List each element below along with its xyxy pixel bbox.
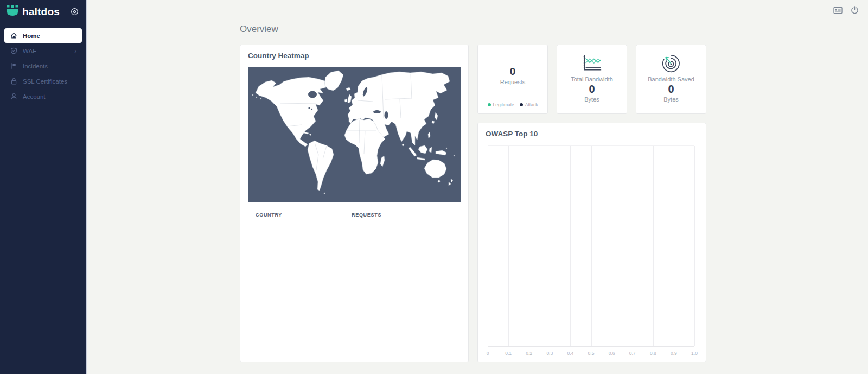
sidebar-item-label: Home [23,33,40,39]
bandwidth-saved-card: Bandwidth Saved 0 Bytes [636,45,706,114]
chart-tick-label: 0.4 [567,351,573,356]
chart-tick-label: 1.0 [691,351,698,356]
legend-label: Attack [525,102,538,107]
owasp-chart-grid [488,145,694,347]
legend-item-legitimate: Legitimate [488,102,514,107]
chart-tick-label: 0.1 [505,351,512,356]
sidebar-item-label: WAF [23,48,36,54]
legend-label: Legitimate [493,102,514,107]
sidebar-menu: Home WAF › Incidents [0,23,86,110]
chart-gridline [488,146,488,346]
chart-tick-label: 0.5 [588,351,595,356]
chart-tick-label: 0 [487,351,489,356]
column-header-requests: REQUESTS [352,212,461,218]
bandwidth-saved-unit: Bytes [663,96,679,103]
chart-gridline [633,146,633,346]
chart-tick-label: 0.9 [671,351,677,356]
chart-tick-label: 0.3 [546,351,553,356]
sidebar-item-label: Incidents [23,63,48,69]
chart-tick-label: 0.6 [609,351,615,356]
user-icon [10,93,17,100]
chart-gridline [612,146,612,346]
bandwidth-saved-label: Bandwidth Saved [648,76,694,83]
topbar-actions [833,6,859,14]
requests-legend: Legitimate Attack [478,102,547,107]
chart-gridline [674,146,674,346]
sidebar-item-label: Account [23,93,46,100]
chart-gridline [508,146,509,346]
bandwidth-saved-value: 0 [668,83,674,96]
chart-gridline [653,146,654,346]
total-bandwidth-unit: Bytes [584,96,599,103]
lock-icon [10,78,17,85]
logo-text: haltdos [22,6,60,18]
circled-dot-icon[interactable] [71,8,79,16]
table-header-row: COUNTRY REQUESTS [248,208,461,223]
sidebar-item-label: SSL Certificates [23,78,67,85]
total-bandwidth-label: Total Bandwidth [571,76,613,83]
attack-dot [520,103,523,106]
main-area: Overview Country Heatmap [87,0,868,374]
page-content: Overview Country Heatmap [240,24,706,362]
requests-stat-card: 0 Requests Legitimate Attack [477,45,548,114]
logo[interactable]: haltdos [7,5,60,18]
page-title: Overview [240,24,706,36]
column-header-country: COUNTRY [248,212,352,218]
total-bandwidth-value: 0 [589,83,595,96]
chart-gridline [591,146,592,346]
sidebar-item-waf[interactable]: WAF › [4,43,82,58]
owasp-top10-card: OWASP Top 10 00.10.20.30.40.50.60.70.80.… [477,123,706,362]
world-map[interactable] [248,67,461,202]
home-icon [10,32,17,39]
owasp-top10-title: OWASP Top 10 [478,123,706,144]
owasp-chart-ticks: 00.10.20.30.40.50.60.70.80.91.0 [488,351,694,357]
requests-label: Requests [478,79,547,85]
chart-tick-label: 0.2 [526,351,532,356]
sidebar-item-account[interactable]: Account [4,89,82,104]
chart-tick-label: 0.7 [629,351,636,356]
flag-icon [10,62,17,69]
bandwidth-chart-icon [581,53,603,74]
chevron-right-icon: › [74,48,76,54]
chart-gridline [694,146,695,346]
chart-gridline [529,146,529,346]
requests-count: 0 [478,66,547,78]
haltdos-logo-icon [7,5,18,18]
legitimate-dot [488,103,491,106]
sidebar-item-home[interactable]: Home [4,28,82,43]
bandwidth-saved-spiral-icon [660,53,682,74]
sidebar: haltdos Home WAF › [0,0,87,374]
card-view-icon[interactable] [833,7,843,14]
sidebar-item-incidents[interactable]: Incidents [4,59,82,73]
power-icon[interactable] [851,6,859,14]
chart-gridline [570,146,571,346]
sidebar-item-ssl-certificates[interactable]: SSL Certificates [4,74,82,88]
chart-gridline [550,146,550,346]
chart-tick-label: 0.8 [650,351,656,356]
country-heatmap-card: Country Heatmap [240,45,469,362]
legend-item-attack: Attack [520,102,538,107]
country-heatmap-title: Country Heatmap [240,45,468,66]
shield-icon [10,47,17,54]
country-requests-table: COUNTRY REQUESTS [248,208,461,223]
total-bandwidth-card: Total Bandwidth 0 Bytes [557,45,627,114]
sidebar-header: haltdos [0,0,86,23]
